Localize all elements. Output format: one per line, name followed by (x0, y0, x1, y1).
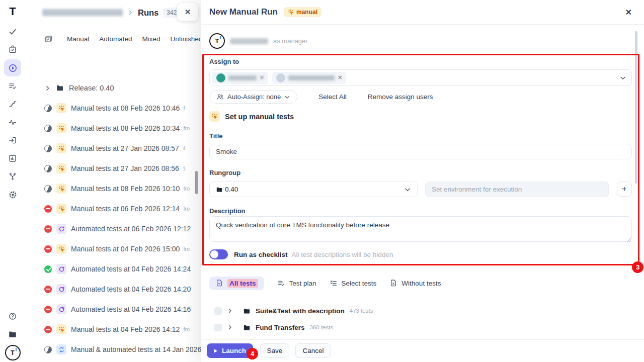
title-input[interactable] (209, 144, 632, 159)
assignees-select[interactable]: ✕ ✕ (209, 69, 632, 86)
setup-heading-row: Set up manual tests (209, 111, 294, 122)
run-title: Manual tests at 04 Feb 2026 14:12 (71, 325, 180, 333)
tab-without-tests[interactable]: Without tests (389, 279, 441, 287)
tab-all-tests[interactable]: All tests (209, 277, 264, 290)
environment-input[interactable] (425, 182, 609, 197)
runs-panel: Runs 342 Manual Automated Mixed Unfinish… (25, 0, 201, 362)
run-type-badge: manual (284, 7, 321, 17)
rungroup-select[interactable]: 0.40 (209, 182, 418, 197)
run-list-item[interactable]: Manual tests at 27 Jan 2026 08:57 4 (25, 138, 201, 158)
chevron-right-icon[interactable] (44, 85, 51, 92)
chevron-right-icon[interactable] (227, 324, 233, 330)
run-meta: f (183, 105, 185, 111)
remove-assign-users-button[interactable]: Remove assign users (368, 93, 433, 101)
help-icon[interactable] (4, 308, 21, 325)
run-status-icon (44, 346, 52, 353)
run-list-item[interactable]: Manual tests at 08 Feb 2026 10:46 f (25, 98, 201, 118)
run-status-icon (44, 145, 52, 152)
run-list-item[interactable]: Automated tests at 04 Feb 2026 14:20 (25, 279, 201, 299)
assignee-chip[interactable]: ✕ (272, 72, 346, 84)
run-list-item[interactable]: Manual tests at 08 Feb 2026 10:10 fro (25, 178, 201, 199)
description-label: Description (209, 207, 246, 215)
profile-avatar[interactable]: T (4, 344, 21, 361)
save-button[interactable]: Save (260, 343, 289, 358)
run-status-icon (44, 265, 52, 273)
run-list-item[interactable]: Manual tests at 08 Feb 2026 10:34 fro (25, 118, 201, 138)
filter-tab-automated[interactable]: Automated (99, 35, 132, 43)
runs-scrollbar-thumb[interactable] (195, 171, 198, 194)
annotation-step-3: 3 (632, 261, 643, 273)
run-status-icon (44, 306, 52, 313)
run-list-item[interactable]: Automated tests at 04 Feb 2026 14:24 (25, 259, 201, 279)
remove-assignee-icon[interactable]: ✕ (260, 74, 264, 81)
branch-icon[interactable] (4, 168, 21, 185)
run-list-item[interactable]: Automated tests at 04 Feb 2026 14:16 (25, 299, 201, 319)
select-list-icon (330, 279, 338, 287)
run-title: Manual tests at 27 Jan 2026 08:57 (71, 144, 179, 152)
list-check-icon[interactable] (4, 77, 21, 95)
select-all-button[interactable]: Select All (318, 93, 347, 101)
tab-test-plan[interactable]: Test plan (277, 279, 316, 287)
auto-assign-button[interactable]: Auto-Assign: none (209, 90, 297, 104)
app-logo[interactable]: T (0, 0, 25, 23)
run-meta: fro (183, 186, 190, 192)
remove-assignee-icon[interactable]: ✕ (338, 74, 342, 81)
run-meta: 4 (183, 145, 186, 151)
activity-icon[interactable] (4, 114, 21, 131)
sidebar-rail: T T (0, 0, 26, 362)
description-textarea[interactable]: Quick verification of core TMS functiona… (209, 216, 632, 242)
suite-checkbox[interactable] (214, 307, 222, 315)
tab-select-tests[interactable]: Select tests (330, 279, 377, 287)
chevron-right-icon[interactable] (227, 308, 233, 314)
filter-tab-unfinished[interactable]: Unfinished (171, 35, 201, 43)
add-environment-button[interactable]: + (617, 182, 632, 197)
checklist-toggle-hint: All test descriptions will be hidden (292, 251, 393, 258)
project-name-redacted[interactable] (42, 9, 123, 16)
run-title: Manual tests at 08 Feb 2026 10:10 (71, 185, 180, 193)
rungroup-label: Rungroup (209, 169, 240, 176)
run-status-icon (44, 165, 52, 172)
steps-icon[interactable] (4, 96, 21, 113)
bar-chart-icon[interactable] (4, 150, 21, 167)
author-row: T as manager (209, 33, 308, 49)
run-list-item[interactable]: Automated tests at 06 Feb 2026 12:12 (25, 219, 201, 239)
run-folder-item[interactable]: Release: 0.40 (25, 78, 201, 98)
filter-tab-manual[interactable]: Manual (67, 35, 89, 43)
breadcrumb-section[interactable]: Runs (138, 8, 158, 18)
suite-tree-row[interactable]: Suite&Test with description 473 tests (209, 303, 632, 319)
check-icon[interactable] (4, 23, 21, 40)
projects-folder-icon[interactable] (4, 326, 21, 343)
folder-icon (216, 186, 223, 193)
close-icon: ✕ (185, 8, 191, 17)
select-all-runs-icon[interactable] (44, 35, 53, 43)
suite-checkbox[interactable] (214, 324, 222, 331)
settings-gear-icon[interactable] (4, 186, 21, 203)
run-type-icon (56, 204, 66, 214)
run-list-item[interactable]: Manual tests at 27 Jan 2026 08:56 1 (25, 158, 201, 178)
chevron-down-icon (404, 186, 411, 193)
modal-scrollbar-thumb[interactable] (635, 31, 637, 184)
run-list-item[interactable]: Manual tests at 06 Feb 2026 12:14 fro (25, 199, 201, 219)
assignee-chip[interactable]: ✕ (212, 72, 268, 84)
filter-tab-mixed[interactable]: Mixed (142, 35, 160, 43)
clipboard-check-icon[interactable] (4, 41, 21, 58)
runs-filter-bar: Manual Automated Mixed Unfinished (25, 29, 201, 49)
panel-close-button[interactable]: ✕ (177, 3, 198, 21)
checklist-toggle-label: Run as checklist (234, 251, 288, 258)
run-list-item[interactable]: Manual tests at 04 Feb 2026 15:00 fro (25, 239, 201, 259)
cancel-button[interactable]: Cancel (295, 343, 331, 358)
import-icon[interactable] (4, 132, 21, 149)
suite-tree-row[interactable]: Fund Transfers 360 tests (209, 319, 632, 335)
run-as-checklist-toggle[interactable] (209, 249, 228, 259)
run-type-icon (56, 184, 66, 194)
run-type-icon (56, 284, 66, 294)
breadcrumb-chevron-icon (127, 10, 133, 16)
modal-close-button[interactable]: ✕ (621, 6, 636, 19)
runs-play-circle-icon[interactable] (4, 59, 21, 76)
run-list-item[interactable]: Manual tests at 04 Feb 2026 14:12 fro (25, 319, 201, 339)
play-icon (214, 349, 217, 353)
run-list-item[interactable]: Manual & automated tests at 14 Jan 2026 (25, 339, 201, 359)
author-role: as manager (273, 37, 308, 45)
run-meta: fro (183, 246, 190, 252)
launch-button[interactable]: Launch (207, 343, 253, 358)
